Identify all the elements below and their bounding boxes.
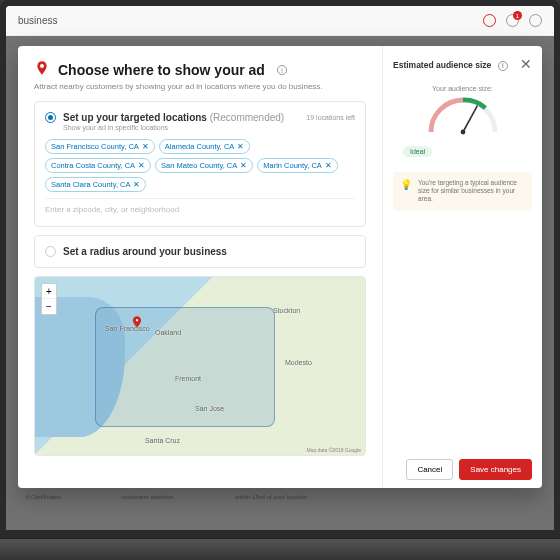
bg-header: business 1 <box>6 6 554 36</box>
location-chips: San Francisco County, CA ✕Alameda County… <box>45 139 355 192</box>
chip-remove-icon[interactable]: ✕ <box>133 180 140 189</box>
header-icon-3[interactable] <box>529 14 542 27</box>
cancel-button[interactable]: Cancel <box>406 459 453 480</box>
chip-remove-icon[interactable]: ✕ <box>325 161 332 170</box>
location-pin-icon <box>34 60 50 80</box>
map-city-label: Modesto <box>285 359 312 366</box>
modal-sidebar: ✕ Estimated audience size i Your audienc… <box>382 46 542 488</box>
option-targeted-card: Set up your targeted locations (Recommen… <box>34 101 366 227</box>
chip-remove-icon[interactable]: ✕ <box>138 161 145 170</box>
option1-title: Set up your targeted locations (Recommen… <box>63 112 284 123</box>
modal: Choose where to show your ad i Attract n… <box>18 46 542 488</box>
info-icon-2[interactable]: i <box>498 61 508 71</box>
map-copyright: Map data ©2019 Google <box>306 447 361 453</box>
tip-text: You're targeting a typical audience size… <box>418 179 525 204</box>
location-chip[interactable]: Santa Clara County, CA ✕ <box>45 177 146 192</box>
map-city-label: San Francisco <box>105 325 150 332</box>
option2-title: Set a radius around your business <box>63 246 227 257</box>
option-radius-card[interactable]: Set a radius around your business <box>34 235 366 268</box>
ideal-badge: Ideal <box>403 146 432 157</box>
modal-title: Choose where to show your ad <box>58 62 265 78</box>
lightbulb-icon: 💡 <box>400 179 412 204</box>
aud-label: Your audience size: <box>393 85 532 92</box>
location-input[interactable] <box>45 198 355 214</box>
screen: business 1 ft Certificatescustomers atte… <box>6 6 554 530</box>
location-chip[interactable]: San Mateo County, CA ✕ <box>155 158 253 173</box>
header-icon-1[interactable] <box>483 14 496 27</box>
laptop-frame: business 1 ft Certificatescustomers atte… <box>0 0 560 560</box>
location-chip[interactable]: San Francisco County, CA ✕ <box>45 139 155 154</box>
map-zoom: + − <box>41 283 57 315</box>
map-city-label: Oakland <box>155 329 181 336</box>
map[interactable]: + − Map data ©2019 Google San FranciscoO… <box>34 276 366 456</box>
modal-footer: Cancel Save changes <box>383 451 542 488</box>
radio-targeted[interactable] <box>45 112 56 123</box>
save-button[interactable]: Save changes <box>459 459 532 480</box>
radio-radius[interactable] <box>45 246 56 257</box>
chip-remove-icon[interactable]: ✕ <box>240 161 247 170</box>
location-chip[interactable]: Contra Costa County, CA ✕ <box>45 158 151 173</box>
zoom-out[interactable]: − <box>42 299 56 314</box>
modal-subtitle: Attract nearby customers by showing your… <box>34 82 366 91</box>
gauge <box>423 96 503 136</box>
zoom-in[interactable]: + <box>42 284 56 299</box>
chip-remove-icon[interactable]: ✕ <box>142 142 149 151</box>
map-city-label: San Jose <box>195 405 224 412</box>
laptop-keyboard <box>0 538 560 560</box>
location-chip[interactable]: Marin County, CA ✕ <box>257 158 338 173</box>
est-title: Estimated audience size i <box>393 60 532 71</box>
svg-line-1 <box>463 105 477 131</box>
tip-box: 💡 You're targeting a typical audience si… <box>393 172 532 211</box>
location-chip[interactable]: Alameda County, CA ✕ <box>159 139 250 154</box>
map-city-label: Fremont <box>175 375 201 382</box>
info-icon[interactable]: i <box>277 65 287 75</box>
svg-point-2 <box>460 129 465 134</box>
header-icon-2[interactable]: 1 <box>506 14 519 27</box>
locations-left: 19 locations left <box>306 114 355 121</box>
map-city-label: Stockton <box>273 307 300 314</box>
modal-main: Choose where to show your ad i Attract n… <box>18 46 382 488</box>
chip-remove-icon[interactable]: ✕ <box>237 142 244 151</box>
brand-text: business <box>18 15 57 26</box>
close-icon[interactable]: ✕ <box>520 56 532 72</box>
map-city-label: Santa Cruz <box>145 437 180 444</box>
option1-sub: Show your ad in specific locations <box>63 124 355 131</box>
